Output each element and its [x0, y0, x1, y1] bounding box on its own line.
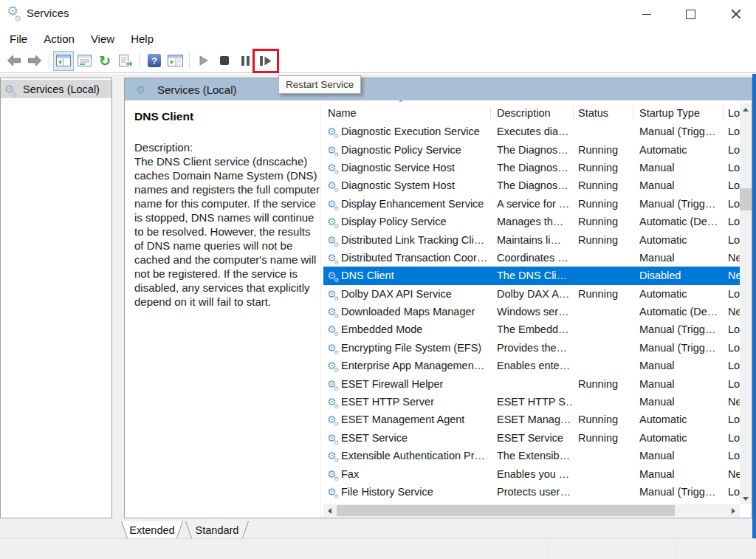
help-button[interactable]: [144, 51, 165, 71]
stop-service-button[interactable]: [214, 51, 235, 71]
restart-service-button[interactable]: [255, 51, 276, 71]
service-description-cell: Windows ser…: [497, 303, 572, 320]
sidebar-item-services-local[interactable]: Services (Local): [1, 80, 111, 98]
description-panel: DNS Client Description: The DNS Client s…: [125, 100, 321, 518]
service-status-cell: [578, 303, 636, 320]
toolbar-separator: [140, 53, 140, 69]
table-row[interactable]: Embedded Mode The Embedd… Manual (Trigg……: [323, 320, 740, 338]
service-logon-cell: Lo: [728, 357, 740, 374]
tab-standard[interactable]: Standard: [185, 521, 249, 540]
column-divider[interactable]: [573, 107, 574, 120]
panel-header-label: Services (Local): [157, 83, 237, 96]
service-gear-icon: [327, 324, 341, 335]
column-divider[interactable]: [633, 107, 633, 120]
service-startup-type-cell: Manual: [639, 159, 724, 176]
horizontal-scrollbar[interactable]: [323, 504, 740, 517]
service-description-cell: Dolby DAX A…: [497, 285, 572, 303]
scroll-down-icon[interactable]: [740, 493, 752, 504]
service-status-cell: [578, 447, 636, 464]
toolbar-separator: [189, 53, 190, 69]
table-row[interactable]: Diagnostic Service Host The Diagnos… Run…: [323, 159, 740, 176]
service-logon-cell: Ne: [728, 267, 740, 284]
forward-button[interactable]: [24, 51, 45, 71]
column-header-log-on-as[interactable]: Lo: [728, 107, 740, 119]
column-header-name[interactable]: Name: [328, 107, 357, 119]
menu-action[interactable]: Action: [35, 32, 83, 45]
column-divider[interactable]: [490, 107, 491, 120]
service-startup-type-cell: Disabled: [639, 267, 724, 284]
service-status-cell: Running: [578, 230, 636, 248]
table-row[interactable]: ESET HTTP Server ESET HTTP S… Manual Ne: [323, 393, 740, 411]
sort-ascending-icon: [399, 100, 402, 110]
table-row[interactable]: Display Enhancement Service A service fo…: [323, 195, 740, 213]
service-startup-type-cell: Manual (Trigg…: [639, 320, 724, 338]
right-edge-accent: [752, 74, 756, 539]
vertical-scrollbar[interactable]: [740, 103, 752, 504]
menu-view[interactable]: View: [83, 32, 123, 45]
service-description-cell: The Extensib…: [497, 447, 572, 464]
list-header: Name Description Status Startup Type Lo: [323, 100, 740, 123]
service-status-cell: [578, 357, 636, 374]
table-row[interactable]: Diagnostic Execution Service Executes di…: [323, 123, 740, 140]
table-row[interactable]: DNS Client The DNS Cli… Disabled Ne: [323, 267, 740, 284]
service-description-cell: [497, 374, 572, 392]
service-description-cell: The Diagnos…: [497, 159, 572, 176]
export-list-button[interactable]: [115, 51, 136, 71]
table-row[interactable]: Distributed Link Tracking Cli… Maintains…: [323, 230, 740, 248]
show-console-tree-button[interactable]: [53, 51, 74, 71]
table-row[interactable]: Distributed Transaction Coor… Coordinate…: [323, 249, 740, 267]
table-row[interactable]: Diagnostic Policy Service The Diagnos… R…: [323, 140, 740, 158]
forward-icon: [27, 55, 42, 66]
service-startup-type-cell: Automatic: [639, 230, 724, 248]
service-logon-cell: Lo: [728, 374, 740, 392]
service-gear-icon: [327, 450, 341, 461]
minimize-icon: [642, 14, 651, 15]
service-name-cell: Downloaded Maps Manager: [327, 303, 489, 320]
close-button[interactable]: [719, 0, 753, 28]
service-logon-cell: Lo: [728, 339, 740, 357]
table-row[interactable]: Dolby DAX API Service Dolby DAX A… Runni…: [323, 285, 740, 303]
show-action-pane-button[interactable]: [165, 51, 185, 71]
maximize-button[interactable]: [673, 0, 707, 28]
service-name-cell: Diagnostic Policy Service: [327, 140, 489, 158]
column-divider[interactable]: [723, 107, 724, 120]
vertical-scrollbar-thumb[interactable]: [740, 188, 752, 210]
table-row[interactable]: Display Policy Service Manages th… Runni…: [323, 213, 740, 230]
services-gear-icon: [4, 83, 18, 95]
table-row[interactable]: Enterprise App Managemen… Enables ente… …: [323, 357, 740, 374]
description-text: The DNS Client service (dnscache) caches…: [134, 154, 320, 309]
column-header-description[interactable]: Description: [497, 107, 551, 119]
restart-service-icon: [260, 56, 272, 66]
refresh-button[interactable]: [94, 51, 115, 71]
table-row[interactable]: ESET Firewall Helper Running Manual Lo: [323, 374, 740, 392]
start-service-button[interactable]: [193, 51, 214, 71]
menu-file[interactable]: File: [1, 32, 35, 45]
service-logon-cell: Lo: [728, 447, 740, 464]
column-header-startup-type[interactable]: Startup Type: [639, 107, 700, 119]
scroll-up-icon[interactable]: [740, 103, 752, 115]
service-startup-type-cell: Manual (Trigg…: [639, 195, 724, 213]
service-name-cell: DNS Client: [327, 267, 489, 284]
pause-service-button[interactable]: [235, 51, 255, 71]
horizontal-scrollbar-thumb[interactable]: [337, 505, 675, 516]
minimize-button[interactable]: [630, 0, 664, 28]
table-row[interactable]: ESET Service ESET Service Running Automa…: [323, 429, 740, 447]
back-button[interactable]: [4, 51, 24, 71]
table-row[interactable]: File History Service Protects user… Manu…: [323, 483, 740, 501]
properties-button[interactable]: [74, 51, 94, 71]
service-description-cell: Enables ente…: [497, 357, 572, 374]
menu-help[interactable]: Help: [123, 32, 162, 45]
title-bar: Services: [0, 0, 756, 28]
service-gear-icon: [327, 216, 341, 227]
service-gear-icon: [327, 360, 341, 371]
table-row[interactable]: ESET Management Agent ESET Manag… Runnin…: [323, 411, 740, 428]
column-header-status[interactable]: Status: [578, 107, 608, 119]
table-row[interactable]: Encrypting File System (EFS) Provides th…: [323, 339, 740, 357]
scroll-right-icon[interactable]: [727, 504, 740, 517]
table-row[interactable]: Downloaded Maps Manager Windows ser… Aut…: [323, 303, 740, 320]
tab-extended[interactable]: Extended: [121, 521, 183, 540]
table-row[interactable]: Diagnostic System Host The Diagnos… Runn…: [323, 176, 740, 194]
scroll-left-icon[interactable]: [323, 504, 336, 517]
table-row[interactable]: Fax Enables you … Manual Ne: [323, 464, 740, 482]
table-row[interactable]: Extensible Authentication Pr… The Extens…: [323, 447, 740, 464]
